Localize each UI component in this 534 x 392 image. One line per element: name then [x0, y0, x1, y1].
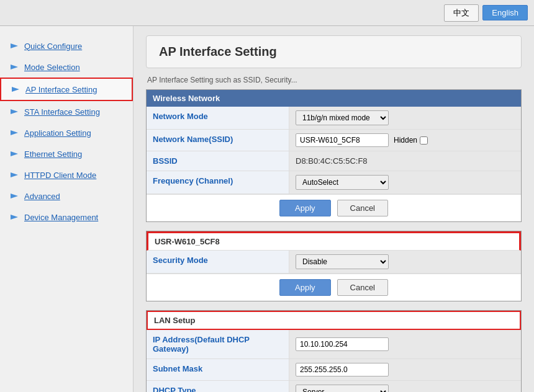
lang-zh-button[interactable]: 中文 — [444, 4, 479, 22]
sidebar-label-quick-configure: Quick Configure — [24, 42, 82, 51]
network-name-label: Network Name(SSID) — [147, 130, 289, 151]
lang-en-button[interactable]: English — [482, 5, 528, 20]
sidebar-item-device-management[interactable]: Device Management — [0, 207, 133, 228]
bssid-label: BSSID — [147, 151, 289, 171]
arrow-icon — [9, 62, 19, 72]
sidebar: Quick Configure Mode Selection AP Interf… — [0, 26, 134, 392]
wireless-buttons-row: Apply Cancel — [147, 194, 521, 221]
dhcp-type-select[interactable]: Server Disable — [296, 385, 389, 392]
security-mode-select[interactable]: Disable WEP WPA — [296, 254, 389, 269]
arrow-icon — [9, 41, 19, 51]
sidebar-label-mode-selection: Mode Selection — [24, 63, 80, 72]
sidebar-label-advanced: Advanced — [24, 192, 60, 201]
wireless-cancel-button[interactable]: Cancel — [337, 200, 388, 216]
sidebar-item-quick-configure[interactable]: Quick Configure — [0, 35, 133, 56]
arrow-icon — [11, 84, 20, 94]
wireless-section-header: Wireless Network — [147, 90, 521, 107]
subnet-mask-input[interactable] — [296, 363, 389, 376]
arrow-icon — [9, 191, 19, 201]
network-mode-label: Network Mode — [147, 107, 289, 129]
network-name-value: Hidden — [289, 130, 521, 151]
sidebar-item-application-setting[interactable]: Application Setting — [0, 122, 133, 143]
network-name-row: Network Name(SSID) Hidden — [147, 130, 521, 151]
sidebar-label-device-management: Device Management — [24, 213, 98, 222]
frequency-label: Frequency (Channel) — [147, 171, 289, 194]
ip-address-row: IP Address(Default DHCP Gateway) — [147, 330, 521, 359]
sidebar-label-ethernet-setting: Ethernet Setting — [24, 149, 82, 159]
svg-marker-1 — [11, 65, 18, 69]
dhcp-dropdown-container: Server Disable Disable Server — [296, 385, 389, 392]
sidebar-item-ap-interface-setting[interactable]: AP Interface Setting — [0, 78, 133, 101]
network-mode-row: Network Mode 11b/g/n mixed mode — [147, 107, 521, 130]
page-description: AP Interface Setting such as SSID, Secur… — [146, 76, 522, 84]
sidebar-item-httpd-client-mode[interactable]: HTTPD Client Mode — [0, 164, 133, 185]
sidebar-label-application-setting: Application Setting — [24, 128, 91, 138]
svg-marker-0 — [11, 43, 18, 48]
arrow-icon — [9, 107, 19, 117]
sidebar-item-mode-selection[interactable]: Mode Selection — [0, 56, 133, 78]
security-mode-value: Disable WEP WPA — [289, 251, 521, 273]
arrow-icon — [9, 170, 19, 180]
sidebar-item-sta-interface-setting[interactable]: STA Interface Setting — [0, 101, 133, 122]
arrow-icon — [9, 128, 19, 138]
sidebar-label-httpd-client-mode: HTTPD Client Mode — [24, 171, 96, 180]
frequency-select[interactable]: AutoSelect — [296, 175, 389, 190]
ip-address-label: IP Address(Default DHCP Gateway) — [147, 330, 289, 359]
frequency-row: Frequency (Channel) AutoSelect — [147, 171, 521, 194]
security-section-header: USR-W610_5CF8 — [147, 231, 521, 251]
network-mode-value: 11b/g/n mixed mode — [289, 107, 521, 129]
page-title: AP Interface Setting — [159, 45, 277, 58]
lan-section-header: LAN Setup — [147, 311, 521, 330]
sidebar-item-ethernet-setting[interactable]: Ethernet Setting — [0, 143, 133, 164]
dhcp-type-row: DHCP Type Server Disable Disable Server — [147, 381, 521, 392]
subnet-mask-value — [289, 359, 521, 380]
wireless-apply-button[interactable]: Apply — [279, 200, 331, 216]
svg-marker-7 — [11, 194, 18, 198]
ip-address-value — [289, 330, 521, 359]
hidden-label: Hidden — [394, 136, 417, 145]
hidden-checkbox-container: Hidden — [394, 136, 428, 145]
frequency-value: AutoSelect — [289, 171, 521, 194]
bssid-value: D8:B0:4C:C5:5C:F8 — [289, 151, 521, 171]
dhcp-type-value: Server Disable Disable Server — [289, 381, 521, 392]
security-section: USR-W610_5CF8 Security Mode Disable WEP … — [146, 231, 522, 301]
bssid-static: D8:B0:4C:C5:5C:F8 — [296, 156, 368, 166]
content-area: AP Interface Setting AP Interface Settin… — [134, 26, 534, 392]
security-mode-label: Security Mode — [147, 251, 289, 273]
svg-marker-5 — [11, 151, 18, 156]
sidebar-label-ap-interface-setting: AP Interface Setting — [25, 85, 97, 94]
security-mode-row: Security Mode Disable WEP WPA — [147, 251, 521, 274]
dhcp-type-label: DHCP Type — [147, 381, 289, 392]
security-buttons-row: Apply Cancel — [147, 274, 521, 301]
arrow-icon — [9, 212, 19, 222]
subnet-mask-row: Subnet Mask — [147, 359, 521, 381]
hidden-checkbox[interactable] — [420, 136, 428, 145]
security-apply-button[interactable]: Apply — [279, 279, 331, 296]
wireless-network-section: Wireless Network Network Mode 11b/g/n mi… — [146, 89, 522, 222]
lan-setup-section: LAN Setup IP Address(Default DHCP Gatewa… — [146, 310, 522, 392]
sidebar-label-sta-interface-setting: STA Interface Setting — [24, 107, 100, 117]
ip-address-input[interactable] — [296, 337, 389, 351]
svg-marker-8 — [11, 215, 18, 220]
network-mode-select[interactable]: 11b/g/n mixed mode — [296, 110, 389, 125]
subnet-mask-label: Subnet Mask — [147, 359, 289, 380]
top-bar: 中文 English — [0, 0, 534, 26]
security-cancel-button[interactable]: Cancel — [337, 279, 388, 296]
svg-marker-6 — [11, 172, 18, 177]
main-layout: Quick Configure Mode Selection AP Interf… — [0, 26, 534, 392]
sidebar-item-advanced[interactable]: Advanced — [0, 185, 133, 207]
arrow-icon — [9, 149, 19, 159]
svg-marker-4 — [11, 130, 18, 135]
svg-marker-2 — [12, 87, 19, 92]
svg-marker-3 — [11, 109, 18, 114]
bssid-row: BSSID D8:B0:4C:C5:5C:F8 — [147, 151, 521, 171]
page-title-box: AP Interface Setting — [146, 35, 522, 68]
ssid-input[interactable] — [296, 133, 389, 147]
